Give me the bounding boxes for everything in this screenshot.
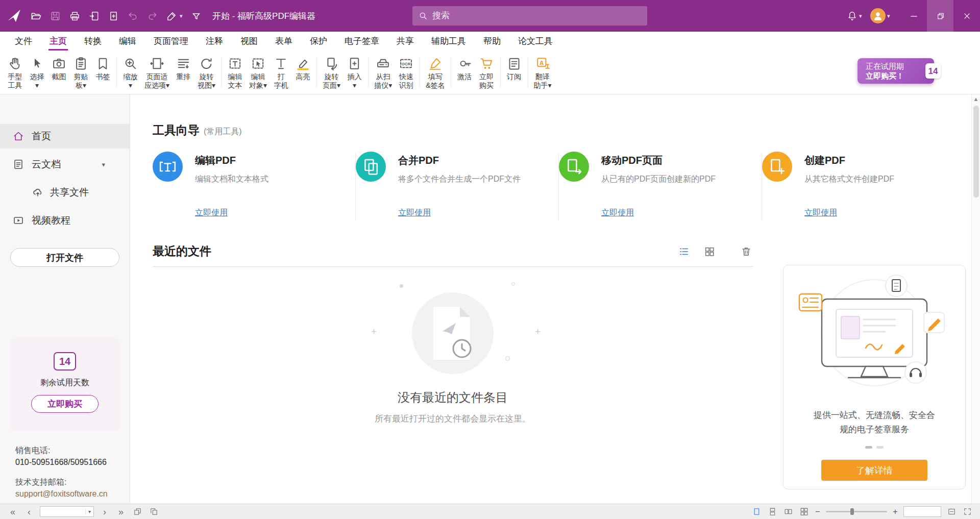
ribbon-tool-insert[interactable]: 插入▾ (344, 51, 365, 94)
recent-files-section: 最近的文件 + (153, 243, 966, 489)
restore-button[interactable] (927, 0, 953, 32)
menu-tab-help[interactable]: 帮助 (475, 32, 509, 51)
open-file-button[interactable] (27, 7, 45, 25)
menu-tab-accessibility[interactable]: 辅助工具 (423, 32, 475, 51)
use-now-link[interactable]: 立即使用 (601, 208, 634, 218)
ribbon-tool-edit-text[interactable]: 编辑文本 (224, 51, 246, 94)
close-button[interactable] (953, 0, 980, 32)
use-now-link[interactable]: 立即使用 (398, 208, 431, 218)
buy-now-button[interactable]: 立即购买 (31, 395, 99, 413)
zoom-out-button[interactable]: − (814, 507, 821, 516)
menu-tab-page-manage[interactable]: 页面管理 (145, 32, 197, 51)
page-number-combo[interactable]: ▾ (40, 506, 94, 517)
facing-view-button[interactable] (782, 506, 794, 517)
ribbon-tool-clipboard[interactable]: 剪贴板▾ (70, 51, 92, 94)
ribbon-tool-activate[interactable]: 激活 (454, 51, 476, 94)
ribbon-tool-rotate-view[interactable]: 旋转视图▾ (194, 51, 218, 94)
create-pdf-button[interactable] (104, 7, 122, 25)
carousel-dot[interactable] (876, 446, 884, 449)
page-combo-caret[interactable]: ▾ (85, 509, 93, 514)
support-email-link[interactable]: support@foxitsoftware.cn (15, 488, 108, 500)
grid-view-button[interactable] (703, 245, 716, 258)
ribbon-tool-snapshot[interactable]: 截图 (48, 51, 70, 94)
esign-quick-button[interactable] (162, 7, 181, 25)
use-now-link[interactable]: 立即使用 (804, 208, 837, 218)
carousel-dots[interactable] (783, 446, 965, 449)
ribbon-tool-quick-ocr[interactable]: OCR快速识别 (395, 51, 417, 94)
menu-tab-comment[interactable]: 注释 (197, 32, 232, 51)
first-page-button[interactable]: « (7, 507, 18, 516)
menu-tab-protect[interactable]: 保护 (301, 32, 336, 51)
global-search-box[interactable] (412, 6, 647, 26)
trial-period-badge[interactable]: 正在试用期 立即购买！ 14 (857, 58, 934, 84)
esign-dropdown-caret[interactable]: ▾ (180, 13, 186, 19)
page-fit-icon (149, 54, 165, 72)
menu-tab-esign[interactable]: 电子签章 (336, 32, 388, 51)
ribbon-tool-highlight[interactable]: 高亮 (292, 51, 314, 94)
menu-tab-share[interactable]: 共享 (388, 32, 423, 51)
customize-toolbar-icon[interactable] (187, 7, 205, 25)
minimize-button[interactable] (900, 0, 927, 32)
ribbon-tool-fill-sign[interactable]: 填写&签名 (423, 51, 448, 94)
cloud-docs-caret[interactable]: ▾ (102, 161, 105, 168)
ribbon-tool-reflow[interactable]: 重排 (173, 51, 194, 94)
ribbon-tool-subscribe[interactable]: 订阅 (503, 51, 525, 94)
open-file-button-sidebar[interactable]: 打开文件 (10, 248, 119, 267)
ribbon-tool-rotate-pages[interactable]: 旋转页面▾ (320, 51, 344, 94)
undo-button[interactable] (124, 7, 142, 25)
ribbon-tool-hand[interactable]: 手型工具 (4, 51, 26, 94)
single-page-view-button[interactable] (751, 506, 762, 517)
learn-more-button[interactable]: 了解详情 (821, 460, 927, 481)
menu-tab-convert[interactable]: 转换 (76, 32, 110, 51)
ribbon-tool-typewriter[interactable]: 打字机 (270, 51, 292, 94)
notifications-caret[interactable]: ▾ (859, 13, 865, 19)
use-now-link[interactable]: 立即使用 (195, 208, 228, 218)
ribbon-tool-select[interactable]: 选择▾ (26, 51, 48, 94)
scrollbar-thumb[interactable] (973, 106, 979, 197)
ribbon-tool-from-scanner[interactable]: 从扫描仪▾ (371, 51, 395, 94)
continuous-view-button[interactable] (767, 506, 778, 517)
ribbon-tool-buy-now[interactable]: 立即购买 (476, 51, 498, 94)
user-avatar[interactable] (870, 8, 886, 23)
account-caret[interactable]: ▾ (887, 13, 893, 19)
menu-tab-view[interactable]: 视图 (232, 32, 266, 51)
zoom-slider[interactable] (826, 511, 887, 512)
next-page-button[interactable]: › (99, 507, 110, 516)
ribbon-tool-edit-object[interactable]: 编辑对象▾ (246, 51, 270, 94)
sidebar-item-home[interactable]: 首页 (0, 124, 130, 149)
fit-page-button[interactable] (946, 506, 957, 517)
search-input[interactable] (432, 11, 641, 21)
save-button[interactable] (46, 7, 64, 25)
main-scrollbar[interactable]: ▲ (971, 94, 980, 504)
ribbon-tool-bookmark[interactable]: 书签 (92, 51, 114, 94)
menu-tab-edit[interactable]: 编辑 (110, 32, 145, 51)
carousel-dot[interactable] (865, 446, 872, 449)
previous-view-button[interactable] (132, 506, 143, 517)
sidebar-item-cloud-docs[interactable]: 云文档 ▾ (0, 152, 130, 177)
notifications-bell-icon[interactable] (843, 7, 861, 25)
redo-button[interactable] (143, 7, 161, 25)
next-view-button[interactable] (148, 506, 159, 517)
menu-tab-file[interactable]: 文件 (6, 32, 41, 51)
ribbon-tool-fit-options[interactable]: 页面适应选项▾ (141, 51, 173, 94)
page-number-input[interactable] (40, 507, 85, 516)
previous-page-button[interactable]: ‹ (23, 507, 35, 516)
scrollbar-up-arrow[interactable]: ▲ (972, 94, 980, 102)
ribbon-tool-translate[interactable]: A翻译助手▾ (531, 51, 555, 94)
sidebar-item-shared-files[interactable]: 共享文件 (0, 180, 130, 205)
ribbon-tool-zoom[interactable]: 缩放▾ (119, 51, 141, 94)
list-view-button[interactable] (677, 245, 691, 258)
continuous-facing-view-button[interactable] (798, 506, 810, 517)
zoom-level-input[interactable] (903, 506, 941, 517)
menu-tab-home[interactable]: 主页 (41, 32, 76, 51)
menu-tab-paper-tools[interactable]: 论文工具 (509, 32, 561, 51)
export-pdf-button[interactable] (85, 7, 103, 25)
fullscreen-button[interactable] (962, 506, 973, 517)
sidebar-item-video-tutorials[interactable]: 视频教程 (0, 208, 130, 233)
last-page-button[interactable]: » (115, 507, 127, 516)
clear-recent-button[interactable] (740, 245, 753, 258)
zoom-slider-thumb[interactable] (850, 508, 854, 515)
print-button[interactable] (65, 7, 84, 25)
zoom-in-button[interactable]: + (892, 507, 899, 516)
menu-tab-form[interactable]: 表单 (266, 32, 301, 51)
